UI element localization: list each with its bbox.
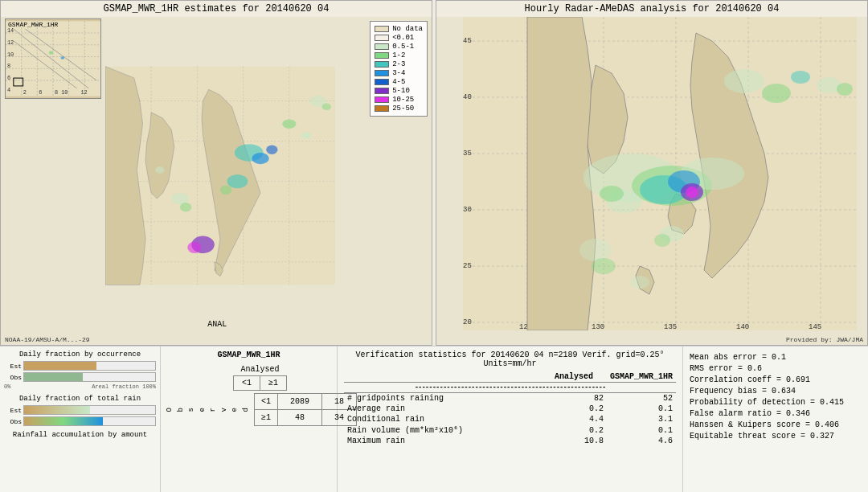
svg-text:30: 30 [463, 206, 472, 214]
left-map-title: GSMAP_MWR_1HR estimates for 20140620 04 [1, 1, 432, 17]
stat-val2-2: 3.1 [607, 414, 676, 424]
frequency-bias: Frequency bias = 0.634 [690, 387, 862, 396]
stat-val2-1: 0.1 [607, 404, 676, 414]
inset-map: GSMAP_MWR_1HR 14 [5, 18, 101, 99]
legend-item-4-5: 4-5 [375, 78, 423, 86]
svg-text:10: 10 [7, 51, 14, 58]
svg-rect-26 [61, 57, 64, 59]
occurrence-bar-chart: Est Obs 0% Areal fraction 100% [4, 361, 156, 390]
stat-label-2: Conditional rain [344, 414, 541, 424]
table-row: Rain volume (mm*km²x10⁶) 0.2 0.1 [344, 424, 676, 436]
mean-abs-error: Mean abs error = 0.1 [690, 353, 862, 362]
est-bar-fill [24, 362, 96, 370]
svg-point-91 [579, 239, 612, 261]
svg-point-42 [227, 174, 248, 188]
svg-text:6: 6 [7, 75, 10, 81]
row-ge1-label: ≥1 [255, 410, 278, 426]
svg-point-82 [600, 186, 624, 202]
svg-point-50 [322, 103, 331, 110]
svg-point-45 [187, 242, 201, 253]
right-map-credit: Provided by: JWA/JMA [786, 336, 863, 343]
col-analyzed-header: Analysed [541, 371, 607, 383]
svg-text:6: 6 [39, 89, 42, 96]
svg-point-39 [266, 146, 277, 154]
legend-item-2-3: 2-3 [375, 60, 423, 68]
main-container: GSMAP_MWR_1HR estimates for 20140620 04 … [0, 0, 868, 492]
svg-point-38 [252, 153, 268, 164]
right-map-panel: Hourly Radar-AMeDAS analysis for 2014062… [436, 0, 868, 346]
legend-item-lt001: <0.01 [375, 34, 423, 42]
est-rain-bar-fill [24, 406, 90, 414]
stat-label-0: # gridpoints raining [344, 393, 541, 404]
probability-detection: Probability of detection = 0.415 [690, 398, 862, 407]
contingency-header-table: Analysed <1 ≥1 [227, 363, 287, 391]
contingency-header-row: Analysed <1 ≥1 [165, 363, 333, 391]
svg-text:12: 12 [7, 39, 14, 46]
row-lt1-label: <1 [255, 394, 278, 410]
charts-panel: Daily fraction by occurrence Est Obs 0% [0, 346, 161, 492]
left-map-panel: GSMAP_MWR_1HR estimates for 20140620 04 … [0, 0, 432, 346]
legend-item-nodata: No data [375, 25, 423, 33]
svg-point-47 [180, 203, 191, 211]
svg-point-83 [724, 69, 764, 93]
stat-val2-3: 0.1 [607, 424, 676, 436]
obs-rain-bar-container [23, 416, 156, 426]
obs-bar-container [23, 372, 156, 382]
inset-label: GSMAP_MWR_1HR [8, 21, 58, 28]
legend-item-10-25: 10-25 [375, 96, 423, 104]
svg-point-80 [686, 187, 698, 198]
table-row: Conditional rain 4.4 3.1 [344, 414, 676, 424]
svg-text:25: 25 [463, 262, 472, 270]
divider-row: ----------------------------------------… [344, 383, 676, 393]
svg-text:40: 40 [463, 93, 472, 101]
svg-point-48 [155, 166, 164, 174]
est-label-occurrence: Est [4, 363, 22, 370]
contingency-wrapper: O b s e r v e d <1 2089 18 ≥1 48 34 [165, 393, 333, 426]
svg-text:45: 45 [463, 37, 472, 45]
svg-text:2: 2 [23, 89, 27, 96]
legend-item-1-2: 1-2 [375, 51, 423, 59]
obs-rain-bar: Obs [4, 416, 156, 426]
svg-text:20: 20 [463, 318, 472, 326]
stat-label-3: Rain volume (mm*km²x10⁶) [344, 424, 541, 436]
est-label-rain: Est [4, 407, 22, 414]
stat-val1-2: 4.4 [541, 414, 607, 424]
observed-vertical-label: O b s e r v e d [165, 408, 252, 412]
stat-val2-0: 52 [607, 393, 676, 404]
est-occurrence-bar: Est [4, 361, 156, 371]
col-label-header [344, 371, 541, 383]
svg-point-87 [837, 83, 853, 96]
maps-section: GSMAP_MWR_1HR estimates for 20140620 04 … [0, 0, 868, 346]
verification-title: Verification statistics for 20140620 04 … [344, 351, 676, 368]
svg-rect-25 [49, 51, 53, 55]
stats-table: Analysed GSMAP_MWR_1HR -----------------… [344, 371, 676, 446]
anal-label: ANAL [207, 320, 227, 329]
table-row: # gridpoints raining 82 52 [344, 393, 676, 404]
legend-item-5-10: 5-10 [375, 87, 423, 95]
svg-text:14: 14 [7, 27, 14, 34]
stat-val1-1: 0.2 [541, 404, 607, 414]
col-lt1-header: <1 [233, 376, 260, 391]
rms-error: RMS error = 0.6 [690, 364, 862, 373]
est-bar-container [23, 361, 156, 371]
legend-item-3-4: 3-4 [375, 69, 423, 77]
stat-val1-4: 10.8 [541, 436, 607, 446]
map-legend: No data <0.01 0.5-1 1-2 2-3 [370, 21, 428, 117]
hanssen-kuipers: Hanssen & Kuipers score = 0.406 [690, 420, 862, 429]
correlation-coeff: Correlation coeff = 0.691 [690, 375, 862, 384]
cell-ge1-lt1: 48 [278, 410, 322, 426]
stat-label-1: Average rain [344, 404, 541, 414]
legend-item-25-50: 25-50 [375, 105, 423, 113]
contingency-title: GSMAP_MWR_1HR [165, 351, 333, 359]
equitable-threat: Equitable threat score = 0.327 [690, 432, 862, 441]
rain-chart-title: Daily fraction of total rain [4, 395, 156, 403]
svg-point-90 [630, 276, 649, 289]
stat-val1-0: 82 [541, 393, 607, 404]
obs-occurrence-bar: Obs [4, 372, 156, 382]
svg-point-92 [592, 258, 616, 274]
svg-point-84 [762, 84, 791, 103]
left-map-credit: NOAA-19/AMSU-A/M...-29 [5, 336, 90, 343]
rain-bar-chart: Est Obs [4, 405, 156, 426]
svg-text:130: 130 [592, 323, 604, 330]
stats-panel: Verification statistics for 20140620 04 … [338, 346, 683, 492]
